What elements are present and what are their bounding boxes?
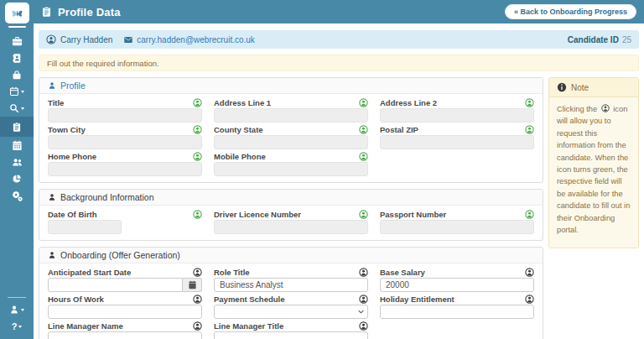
field-base-salary: Base Salary [380, 268, 534, 292]
sidebar-item-pie-chart[interactable] [0, 170, 34, 187]
pie-chart-icon [12, 174, 22, 184]
calendar-icon [12, 140, 23, 151]
field-label: Line Manager Name [48, 321, 123, 331]
line-manager-title-input[interactable] [214, 331, 368, 339]
sidebar-item-search-menu[interactable] [0, 100, 34, 117]
field-payment-schedule: Payment Schedule [214, 295, 368, 319]
field-county-state: County State [214, 125, 368, 149]
envelope-icon [123, 35, 133, 44]
field-holiday-entitlement: Holiday Entitlement [380, 295, 534, 319]
field-label: Mobile Phone [214, 152, 266, 161]
field-line-manager-name: Line Manager Name [48, 321, 202, 339]
request-from-candidate-icon[interactable] [525, 295, 534, 304]
sidebar-item-profile-data[interactable] [0, 117, 34, 137]
request-from-candidate-icon[interactable] [359, 295, 368, 304]
request-from-candidate-icon[interactable] [193, 295, 202, 304]
request-from-candidate-icon[interactable] [525, 125, 534, 134]
field-town-city: Town City [48, 125, 202, 149]
section-title: Onboarding (Offer Generation) [60, 250, 180, 260]
candidate-name: Carry Hadden [60, 35, 112, 44]
page-title: Profile Data [58, 6, 121, 18]
butterfly-logo-icon [9, 7, 25, 20]
sidebar-item-account[interactable] [0, 301, 34, 318]
caret-down-icon [21, 107, 24, 110]
date-input-group [48, 278, 202, 292]
required-info-alert: Fill out the required information. [39, 55, 639, 71]
sidebar-item-calendar-menu[interactable] [0, 83, 34, 100]
request-from-candidate-icon[interactable] [359, 321, 368, 331]
field-label: County State [214, 125, 263, 134]
request-from-candidate-icon[interactable] [525, 268, 534, 277]
field-role-title: Role Title [214, 268, 368, 292]
field-label: Postal ZIP [380, 125, 418, 134]
person-icon [48, 193, 56, 201]
candidate-email-link[interactable]: carry.hadden@webrecruit.co.uk [123, 35, 255, 44]
candidate-id: Candidate ID 25 [568, 35, 631, 44]
user-icon [9, 305, 19, 315]
request-from-candidate-icon[interactable] [525, 98, 534, 107]
address-line-2-input [380, 108, 534, 123]
field-anticipated-start-date: Anticipated Start Date [48, 268, 202, 292]
field-passport-number: Passport Number [380, 210, 534, 234]
request-from-candidate-icon[interactable] [193, 268, 202, 277]
request-from-candidate-icon[interactable] [193, 98, 202, 107]
sidebar-item-address-book[interactable] [0, 50, 34, 66]
anticipated-start-date-input[interactable] [48, 278, 183, 292]
logo-underline [8, 26, 26, 28]
request-from-candidate-icon[interactable] [359, 152, 368, 161]
field-label: Passport Number [380, 210, 446, 219]
request-from-candidate-icon[interactable] [359, 98, 368, 107]
section-title: Profile [60, 81, 86, 91]
field-address-line-2: Address Line 2 [380, 98, 534, 123]
date-of-birth-input [48, 220, 122, 234]
request-from-candidate-icon[interactable] [193, 125, 202, 134]
field-label: Address Line 2 [380, 98, 437, 107]
sidebar-item-help[interactable]: ? [0, 318, 34, 335]
app-window: ? Profile Data « Back to Onboarding Prog… [0, 0, 644, 339]
sidebar: ? [0, 0, 34, 339]
date-picker-button[interactable] [183, 278, 202, 292]
line-manager-name-input[interactable] [48, 331, 202, 339]
field-home-phone: Home Phone [48, 152, 202, 176]
sidebar-item-briefcase[interactable] [0, 33, 34, 50]
base-salary-input[interactable] [380, 278, 534, 292]
sidebar-divider [8, 297, 26, 298]
sidebar-item-users[interactable] [0, 154, 34, 170]
request-from-candidate-icon[interactable] [193, 321, 202, 331]
request-from-candidate-icon[interactable] [359, 210, 368, 219]
candidate-bar: Carry Hadden carry.hadden@webrecruit.co.… [39, 30, 639, 49]
person-icon [48, 81, 56, 90]
request-from-candidate-icon[interactable] [359, 125, 368, 134]
note-title: Note [571, 83, 589, 92]
holiday-entitlement-input[interactable] [380, 305, 534, 319]
select-wrap [214, 305, 368, 319]
back-to-onboarding-button[interactable]: « Back to Onboarding Progress [505, 4, 636, 19]
sidebar-item-bag[interactable] [0, 66, 34, 83]
field-title: Title [48, 98, 202, 123]
field-label: Base Salary [380, 268, 425, 277]
hours-of-work-input[interactable] [48, 305, 202, 319]
mobile-phone-input [214, 162, 368, 176]
sidebar-nav [0, 33, 34, 204]
role-title-input[interactable] [214, 278, 368, 292]
field-label: Home Phone [48, 152, 96, 161]
sidebar-item-calendar[interactable] [0, 137, 34, 154]
request-from-candidate-icon[interactable] [525, 210, 534, 219]
request-from-candidate-icon[interactable] [193, 210, 202, 219]
home-phone-input [48, 162, 202, 176]
field-driver-licence-number: Driver Licence Number [214, 210, 368, 234]
county-state-input [214, 135, 368, 149]
candidate-id-value: 25 [622, 35, 631, 44]
users-icon [12, 157, 23, 168]
town-city-input [48, 135, 202, 149]
topbar: Profile Data « Back to Onboarding Progre… [34, 0, 644, 23]
briefcase-icon [12, 36, 23, 47]
app-logo[interactable] [5, 3, 29, 23]
section-body: Anticipated Start DateRole TitleBase Sal… [39, 263, 543, 339]
request-from-candidate-icon[interactable] [193, 152, 202, 161]
payment-schedule-select[interactable] [214, 305, 368, 319]
info-icon [557, 82, 567, 92]
field-mobile-phone: Mobile Phone [214, 152, 368, 176]
request-from-candidate-icon[interactable] [359, 268, 368, 277]
sidebar-item-cogs[interactable] [0, 187, 34, 204]
